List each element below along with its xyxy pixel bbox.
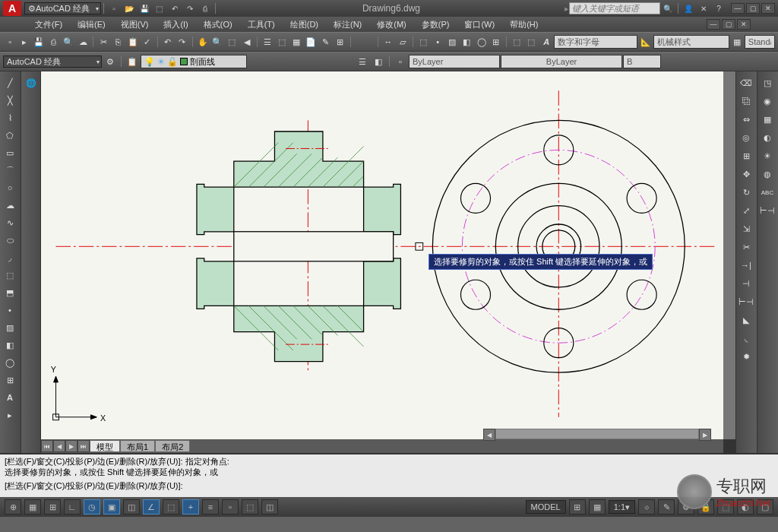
zoom-win-btn[interactable]: ⬚ [225, 34, 239, 49]
block-btn[interactable]: ⬚ [416, 34, 430, 49]
region-tool[interactable]: ◯ [2, 354, 18, 371]
save-btn[interactable]: 💾 [32, 34, 46, 49]
qv-drawings-icon[interactable]: ▦ [589, 499, 606, 515]
light-tool[interactable]: ☀ [759, 147, 776, 164]
revcloud-tool[interactable]: ☁ [2, 197, 18, 214]
move-tool[interactable]: ✥ [738, 166, 754, 182]
grad-btn[interactable]: ◧ [460, 34, 473, 49]
line-tool[interactable]: ╱ [2, 74, 18, 91]
render-tool[interactable]: ◐ [759, 129, 776, 146]
table-btn[interactable]: ⊞ [489, 34, 503, 49]
dc-btn[interactable]: ⬚ [275, 34, 289, 49]
pline-tool[interactable]: ⌇ [2, 109, 18, 126]
rect-tool[interactable]: ▭ [2, 144, 18, 161]
match-btn[interactable]: ✓ [141, 34, 154, 49]
drawing-canvas[interactable]: Y X 选择要修剪的对象，或按住 Shift 键选择要延伸的对象，或 [41, 71, 723, 439]
table-style-btn[interactable]: ▦ [730, 34, 744, 49]
anno-auto-icon[interactable]: ✎ [658, 499, 675, 515]
scale-tool[interactable]: ⤢ [738, 202, 754, 219]
help-icon[interactable]: ? [713, 2, 725, 14]
3dosnap-toggle[interactable]: ◫ [123, 499, 140, 515]
rotate-tool[interactable]: ↻ [738, 184, 754, 201]
osnap-toggle[interactable]: ▣ [103, 499, 120, 515]
extend-tool[interactable]: →| [738, 257, 754, 274]
ungroup-btn[interactable]: ⬚ [524, 34, 538, 49]
new-btn[interactable]: ▫ [3, 34, 17, 49]
textstyle-btn[interactable]: A [539, 34, 553, 49]
scrollbar-vertical[interactable] [723, 71, 735, 439]
material-tool[interactable]: ◍ [759, 166, 776, 182]
coords-toggle[interactable]: ⊕ [5, 499, 21, 515]
undo-btn[interactable]: ↶ [161, 34, 175, 49]
gradient-tool[interactable]: ◧ [2, 337, 18, 353]
pan-btn[interactable]: ✋ [196, 34, 210, 49]
new-icon[interactable]: ▫ [108, 2, 120, 14]
qv-layouts-icon[interactable]: ⊞ [569, 499, 586, 515]
insert-tool[interactable]: ⬚ [2, 267, 18, 283]
model-paper-toggle[interactable]: MODEL [526, 500, 566, 514]
undo-icon[interactable]: ↶ [169, 2, 181, 14]
tp-btn[interactable]: ▦ [289, 34, 303, 49]
menu-insert[interactable]: 插入(I) [156, 17, 195, 32]
chamfer-tool[interactable]: ◣ [738, 312, 754, 328]
world-icon[interactable]: 🌐 [23, 74, 40, 91]
ducs-toggle[interactable]: ⬚ [163, 499, 179, 515]
redo-icon[interactable]: ↷ [184, 2, 196, 14]
print-icon[interactable]: ⎙ [199, 2, 211, 14]
region-btn[interactable]: ◯ [475, 34, 489, 49]
menu-view[interactable]: 视图(V) [113, 17, 157, 32]
tab-layout2[interactable]: 布局2 [155, 440, 190, 452]
point-btn[interactable]: • [431, 34, 444, 49]
zoom-btn[interactable]: 🔍 [210, 34, 224, 49]
arc-tool[interactable]: ⌒ [2, 162, 18, 179]
scrollbar-horizontal[interactable]: ◀▶ [483, 429, 711, 439]
erase-tool[interactable]: ⌫ [738, 74, 754, 91]
exchange-icon[interactable]: ✕ [697, 2, 710, 14]
copy-btn[interactable]: ⎘ [111, 34, 125, 49]
print-btn[interactable]: ⎙ [47, 34, 61, 49]
qcalc-btn[interactable]: ⊞ [334, 34, 347, 49]
ucs-tool[interactable]: ◳ [759, 74, 776, 91]
ortho-toggle[interactable]: ∟ [64, 499, 81, 515]
doc-max-button[interactable]: ▢ [722, 19, 735, 30]
menu-modify[interactable]: 修改(M) [369, 17, 414, 32]
open-icon[interactable]: 📂 [123, 2, 135, 14]
xline-tool[interactable]: ╳ [2, 92, 18, 109]
mtext-tool[interactable]: A [2, 389, 18, 406]
save-icon[interactable]: 💾 [138, 2, 150, 14]
tab-prev-icon[interactable]: ◀ [53, 440, 65, 452]
linetype-input[interactable] [501, 55, 622, 68]
group-btn[interactable]: ⬚ [510, 34, 523, 49]
app-logo-icon[interactable]: A [3, 1, 21, 16]
menu-tools[interactable]: 工具(T) [240, 17, 283, 32]
addsel-tool[interactable]: ▸ [2, 407, 18, 423]
ellipse-tool[interactable]: ⬭ [2, 232, 18, 249]
signin-icon[interactable]: 👤 [682, 2, 694, 14]
color-btn[interactable]: ▫ [393, 54, 408, 69]
area-btn[interactable]: ▱ [396, 34, 410, 49]
menu-draw[interactable]: 绘图(D) [283, 17, 326, 32]
copy-tool[interactable]: ⿻ [738, 93, 754, 109]
lineweight-input[interactable] [623, 55, 661, 68]
doc-min-button[interactable]: — [707, 19, 720, 30]
3dorbit-tool[interactable]: ◉ [759, 93, 776, 109]
publish-btn[interactable]: ☁ [76, 34, 90, 49]
menu-params[interactable]: 参数(P) [414, 17, 457, 32]
tab-last-icon[interactable]: ⏭ [77, 440, 90, 452]
sc-toggle[interactable]: ◫ [261, 499, 278, 515]
explode-tool[interactable]: ✹ [738, 348, 754, 365]
snap-toggle[interactable]: ▦ [24, 499, 41, 515]
color-input[interactable] [409, 55, 500, 68]
array-tool[interactable]: ⊞ [738, 147, 754, 164]
min-button[interactable]: — [731, 3, 745, 14]
layer-props-btn[interactable]: 📋 [125, 54, 140, 69]
join-tool[interactable]: ⊢⊣ [738, 293, 754, 310]
menu-help[interactable]: 帮助(H) [502, 17, 546, 32]
workspace-switcher[interactable]: ⚙ AutoCAD 经典 [24, 2, 101, 14]
textstyle-input[interactable] [745, 35, 775, 49]
abc-tool[interactable]: ABC [759, 184, 776, 201]
trim-tool[interactable]: ✂ [738, 239, 754, 255]
menu-window[interactable]: 窗口(W) [457, 17, 502, 32]
spline-tool[interactable]: ∿ [2, 214, 18, 231]
polar-toggle[interactable]: ◷ [84, 499, 100, 515]
